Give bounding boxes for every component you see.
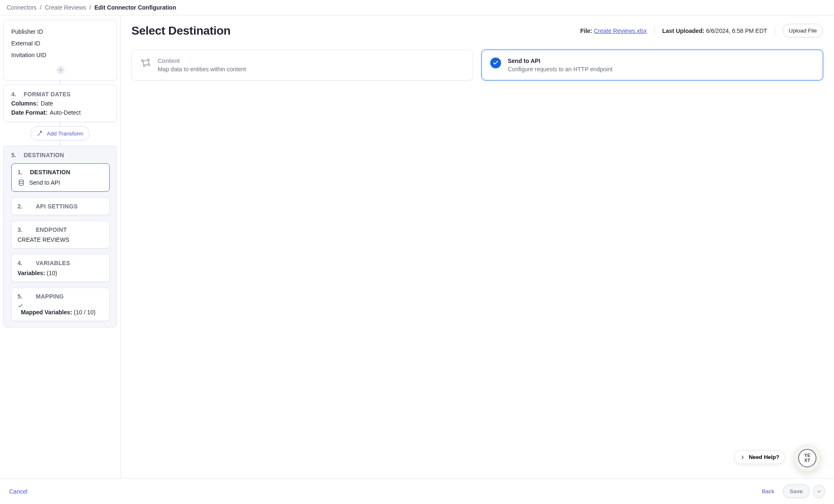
yext-logo-icon: YEXT	[798, 449, 816, 467]
step-index: 4.	[11, 91, 16, 98]
uploaded-label: Last Uploaded:	[662, 28, 704, 34]
list-item[interactable]: Publisher ID	[11, 26, 110, 38]
wand-icon	[37, 130, 43, 137]
need-help-label: Need Help?	[749, 454, 779, 460]
main: Select Destination File: Create Reviews.…	[121, 15, 834, 478]
substep-value: Send to API	[18, 179, 103, 186]
header-meta: File: Create Reviews.xlsx Last Uploaded:…	[580, 24, 823, 38]
footer: Cancel Back Save	[0, 478, 834, 504]
date-format-label: Date Format:	[11, 109, 47, 116]
content-graph-icon	[140, 58, 151, 68]
substep-index: 3.	[18, 226, 23, 233]
file-link[interactable]: Create Reviews.xlsx	[594, 28, 647, 34]
group-index: 5.	[11, 152, 16, 158]
endpoint-value: CREATE REVIEWS	[18, 236, 103, 243]
substep-title: MAPPING	[36, 293, 64, 300]
breadcrumb-root[interactable]: Connectors	[7, 4, 37, 11]
file-label: File:	[580, 28, 592, 34]
destination-options: Content Map data to entities within cont…	[121, 38, 834, 80]
sidebar-scroll[interactable]: Publisher ID External ID Invitation UID …	[0, 15, 120, 478]
save-menu-button[interactable]	[813, 485, 825, 498]
chevron-down-icon	[816, 489, 822, 494]
back-button[interactable]: Back	[759, 488, 777, 495]
substep-destination[interactable]: 1. DESTINATION Send to API	[11, 163, 110, 192]
upload-file-button[interactable]: Upload File	[783, 24, 823, 38]
page-title: Select Destination	[131, 24, 231, 38]
substep-title: VARIABLES	[36, 260, 70, 266]
substep-title: API SETTINGS	[36, 203, 78, 210]
substep-value-text: Send to API	[29, 179, 60, 186]
columns-label: Columns:	[11, 100, 38, 107]
substep-title: DESTINATION	[30, 169, 71, 176]
breadcrumb-sep-2: /	[89, 4, 91, 11]
substep-variables[interactable]: 4. VARIABLES Variables: (10)	[11, 254, 110, 282]
sidebar-step-format-dates[interactable]: 4. FORMAT DATES Columns: Date Date Forma…	[3, 85, 117, 122]
need-help-button[interactable]: Need Help?	[734, 450, 785, 464]
database-icon	[18, 179, 25, 186]
save-button[interactable]: Save	[783, 484, 810, 498]
option-content[interactable]: Content Map data to entities within cont…	[131, 50, 473, 80]
sidebar: Publisher ID External ID Invitation UID …	[0, 15, 121, 478]
list-item[interactable]: Invitation UID	[11, 49, 110, 61]
svg-point-0	[19, 180, 24, 182]
substep-title: ENDPOINT	[36, 226, 67, 233]
option-desc: Map data to entities within content	[158, 66, 246, 73]
substep-index: 1.	[18, 169, 23, 176]
mapping-label: Mapped Variables:	[21, 309, 72, 316]
substep-index: 5.	[18, 293, 23, 300]
option-title: Content	[158, 58, 246, 64]
help-fab[interactable]: YEXT	[794, 445, 821, 471]
option-send-api[interactable]: Send to API Configure requests to an HTT…	[481, 50, 823, 80]
add-transform-button[interactable]: Add Transform	[30, 126, 89, 140]
option-desc: Configure requests to an HTTP endpoint	[508, 66, 612, 73]
list-item[interactable]: External ID	[11, 38, 110, 49]
mapping-value: (10 / 10)	[74, 309, 96, 316]
substep-index: 2.	[18, 203, 23, 210]
sidebar-card-columns[interactable]: Publisher ID External ID Invitation UID	[3, 20, 117, 80]
date-format-value: Auto-Detect	[50, 109, 81, 116]
cancel-link[interactable]: Cancel	[9, 488, 28, 495]
substep-api-settings[interactable]: 2. API SETTINGS	[11, 198, 110, 215]
substep-mapping[interactable]: 5. MAPPING Mapped Variables: (10 / 10)	[11, 288, 110, 321]
divider	[654, 27, 655, 35]
breadcrumb: Connectors / Create Reviews / Edit Conne…	[0, 0, 834, 15]
add-item-icon[interactable]	[56, 66, 65, 74]
substep-index: 4.	[18, 260, 23, 266]
add-transform-label: Add Transform	[47, 130, 83, 137]
divider	[775, 27, 775, 35]
substep-endpoint[interactable]: 3. ENDPOINT CREATE REVIEWS	[11, 221, 110, 248]
main-header: Select Destination File: Create Reviews.…	[121, 15, 834, 38]
breadcrumb-current: Edit Connector Configuration	[94, 4, 176, 11]
variables-value: (10)	[47, 270, 57, 276]
sidebar-columns-list: Publisher ID External ID Invitation UID	[11, 26, 110, 61]
variables-label: Variables:	[18, 270, 45, 276]
sidebar-destination-group: 5. DESTINATION 1. DESTINATION Send to	[3, 145, 117, 327]
selected-check-icon	[490, 58, 501, 68]
step-title: FORMAT DATES	[24, 91, 71, 98]
breadcrumb-mid[interactable]: Create Reviews	[45, 4, 86, 11]
columns-value: Date	[41, 100, 53, 107]
save-split-button: Save	[783, 484, 825, 498]
group-title: DESTINATION	[24, 152, 64, 158]
option-title: Send to API	[508, 58, 612, 64]
check-icon	[18, 303, 103, 309]
uploaded-value: 6/6/2024, 6:58 PM EDT	[706, 28, 767, 34]
breadcrumb-sep-1: /	[40, 4, 42, 11]
chevron-right-icon	[740, 454, 746, 460]
